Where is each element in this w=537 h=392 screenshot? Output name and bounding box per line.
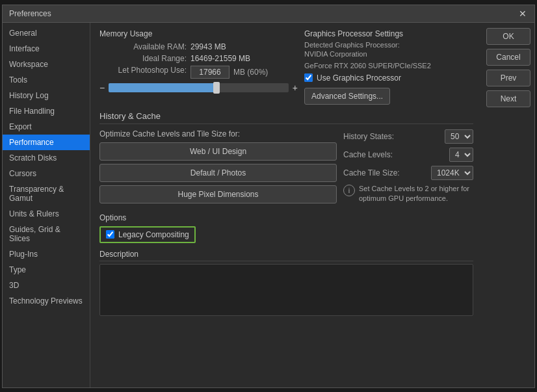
optimize-label: Optimize Cache Levels and Tile Size for: <box>99 129 337 138</box>
gpu-info-text: Set Cache Levels to 2 or higher for opti… <box>359 184 473 204</box>
huge-pixel-button[interactable]: Huge Pixel Dimensions <box>99 185 337 203</box>
ideal-range-label: Ideal Range: <box>99 54 190 63</box>
gpu-section: Graphics Processor Settings Detected Gra… <box>304 29 473 105</box>
hc-left: Optimize Cache Levels and Tile Size for:… <box>99 129 337 207</box>
sidebar-item-export[interactable]: Export <box>3 119 90 135</box>
ideal-range-value: 16469-21559 MB <box>190 54 298 63</box>
memory-title: Memory Usage <box>99 29 298 38</box>
let-use-row: MB (60%) <box>190 66 298 79</box>
dialog-title: Preferences <box>9 9 51 18</box>
options-title: Options <box>99 213 473 222</box>
default-photos-button[interactable]: Default / Photos <box>99 164 337 182</box>
gpu-info-row: i Set Cache Levels to 2 or higher for op… <box>343 184 473 204</box>
cache-levels-select[interactable]: 4 <box>449 148 473 162</box>
history-cache-section: History & Cache Optimize Cache Levels an… <box>99 111 473 207</box>
available-ram-label: Available RAM: <box>99 42 190 51</box>
sidebar-item-3d[interactable]: 3D <box>3 278 90 293</box>
history-states-select[interactable]: 50 <box>445 129 473 144</box>
action-buttons: OK Cancel Prev Next <box>482 23 534 387</box>
next-button[interactable]: Next <box>486 90 530 107</box>
sidebar-item-tech-previews[interactable]: Technology Previews <box>3 293 90 309</box>
memory-slider[interactable] <box>109 83 289 92</box>
history-cache-title: History & Cache <box>99 111 473 124</box>
history-cache-body: Optimize Cache Levels and Tile Size for:… <box>99 129 473 207</box>
sidebar-item-scratch-disks[interactable]: Scratch Disks <box>3 150 90 166</box>
legacy-checkbox-wrap: Legacy Compositing <box>99 226 196 243</box>
close-button[interactable]: ✕ <box>517 9 528 18</box>
gpu-name-line1: NVIDIA Corporation <box>304 50 473 58</box>
main-content: Memory Usage Available RAM: 29943 MB Ide… <box>90 23 482 387</box>
slider-row: − + <box>99 83 298 93</box>
memory-input[interactable] <box>190 66 229 79</box>
web-ui-button[interactable]: Web / UI Design <box>99 142 337 161</box>
description-box <box>99 264 473 316</box>
sidebar-item-tools[interactable]: Tools <box>3 72 90 88</box>
description-title: Description <box>99 250 473 261</box>
memory-grid: Available RAM: 29943 MB Ideal Range: 164… <box>99 42 298 79</box>
history-states-row: History States: 50 <box>343 129 473 144</box>
slider-thumb[interactable] <box>213 82 220 94</box>
top-row: Memory Usage Available RAM: 29943 MB Ide… <box>99 29 473 105</box>
cache-tile-label: Cache Tile Size: <box>343 168 400 177</box>
sidebar-item-plugins[interactable]: Plug-Ins <box>3 246 90 262</box>
slider-plus[interactable]: + <box>293 83 298 93</box>
sidebar: General Interface Workspace Tools Histor… <box>3 23 90 387</box>
legacy-compositing-label: Legacy Compositing <box>118 230 189 239</box>
ok-button[interactable]: OK <box>486 28 530 45</box>
available-ram-value: 29943 MB <box>190 42 298 51</box>
sidebar-item-workspace[interactable]: Workspace <box>3 57 90 72</box>
sidebar-item-transparency-gamut[interactable]: Transparency & Gamut <box>3 181 90 206</box>
sidebar-item-guides-grid[interactable]: Guides, Grid & Slices <box>3 222 90 246</box>
use-gpu-checkbox[interactable] <box>304 73 313 82</box>
memory-percent: MB (60%) <box>233 68 268 77</box>
slider-fill <box>109 83 216 92</box>
sidebar-item-general[interactable]: General <box>3 25 90 41</box>
sidebar-item-cursors[interactable]: Cursors <box>3 166 90 181</box>
sidebar-item-type[interactable]: Type <box>3 262 90 278</box>
let-use-label: Let Photoshop Use: <box>99 66 190 79</box>
sidebar-item-performance[interactable]: Performance <box>3 135 90 150</box>
memory-section: Memory Usage Available RAM: 29943 MB Ide… <box>99 29 298 105</box>
cache-levels-label: Cache Levels: <box>343 150 393 159</box>
sidebar-item-history-log[interactable]: History Log <box>3 88 90 103</box>
use-gpu-label: Use Graphics Processor <box>317 73 401 83</box>
cache-levels-row: Cache Levels: 4 <box>343 148 473 162</box>
cache-tile-row: Cache Tile Size: 1024K <box>343 166 473 180</box>
cancel-button[interactable]: Cancel <box>486 49 530 66</box>
title-bar: Preferences ✕ <box>3 5 534 23</box>
description-section: Description <box>99 250 473 381</box>
gpu-name-line2: GeForce RTX 2060 SUPER/PCIe/SSE2 <box>304 62 473 70</box>
advanced-settings-button[interactable]: Advanced Settings... <box>304 88 390 105</box>
sidebar-item-file-handling[interactable]: File Handling <box>3 103 90 119</box>
options-section: Options Legacy Compositing <box>99 213 473 243</box>
sidebar-item-units-rulers[interactable]: Units & Rulers <box>3 206 90 222</box>
sidebar-item-interface[interactable]: Interface <box>3 41 90 57</box>
prev-button[interactable]: Prev <box>486 70 530 86</box>
dialog-body: General Interface Workspace Tools Histor… <box>3 23 534 387</box>
legacy-compositing-checkbox[interactable] <box>106 230 114 239</box>
info-icon: i <box>343 185 355 196</box>
cache-tile-select[interactable]: 1024K <box>431 166 473 180</box>
gpu-title: Graphics Processor Settings <box>304 29 473 38</box>
gpu-detected-label: Detected Graphics Processor: <box>304 41 473 49</box>
use-gpu-row: Use Graphics Processor <box>304 73 473 83</box>
preferences-dialog: Preferences ✕ General Interface Workspac… <box>2 5 535 388</box>
slider-minus[interactable]: − <box>99 83 105 93</box>
hc-right: History States: 50 Cache Levels: 4 <box>343 129 473 207</box>
history-states-label: History States: <box>343 132 394 141</box>
